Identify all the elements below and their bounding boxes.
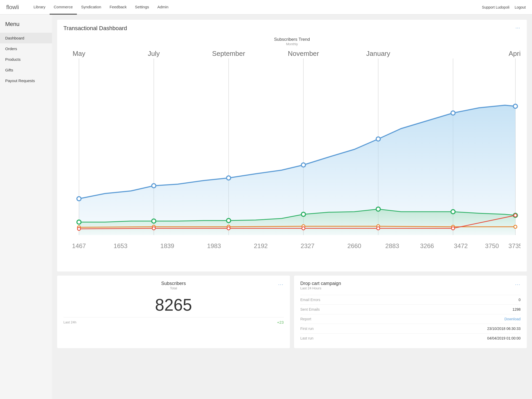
download-link[interactable]: Download (504, 317, 521, 321)
nav-feedback[interactable]: Feedback (105, 0, 131, 15)
stat-label-report: Report (300, 317, 311, 321)
campaign-title: Drop cart campaign (300, 281, 341, 286)
chart-container: Subscribers Trend Monthly May (63, 34, 521, 266)
svg-point-13 (77, 197, 81, 201)
stat-value-sent-emails: 1298 (513, 307, 521, 311)
svg-point-25 (451, 210, 455, 214)
chart-title-block: Subscribers Trend Monthly (63, 37, 521, 46)
last24h-value: +23 (277, 320, 284, 324)
nav-syndication[interactable]: Syndication (77, 0, 105, 15)
svg-point-39 (451, 227, 455, 230)
svg-text:July: July (148, 50, 160, 57)
svg-text:3750: 3750 (485, 242, 499, 249)
stat-row-sent-emails: Sent Emails 1298 (300, 304, 521, 314)
campaign-header: Drop cart campaign Last 24 Hours ... (300, 281, 521, 294)
nav-commerce[interactable]: Commerce (50, 0, 77, 15)
svg-text:2883: 2883 (385, 242, 399, 249)
chart-subtitle: Monthly (63, 42, 521, 46)
stat-label-email-errors: Email Errors (300, 298, 320, 302)
stat-row-report: Report Download (300, 314, 521, 324)
nav-settings[interactable]: Settings (131, 0, 153, 15)
navbar: flowli Library Commerce Syndication Feed… (0, 0, 532, 15)
svg-text:April: April (509, 50, 521, 57)
stat-row-first-run: First run 23/10/2018 06:30:33 (300, 324, 521, 333)
stat-label-sent-emails: Sent Emails (300, 307, 320, 311)
subscribers-card: Subscribers Total ... 8265 Last 24h +23 (57, 276, 290, 348)
svg-point-21 (152, 219, 156, 223)
svg-point-18 (451, 111, 455, 115)
subscribers-trend-chart: May July September November January Apri… (63, 48, 521, 266)
svg-point-37 (302, 227, 305, 230)
dashboard-title-card: Transactional Dashboard ⋯ Subscribers Tr… (57, 20, 527, 271)
svg-point-17 (376, 137, 380, 141)
campaign-card: Drop cart campaign Last 24 Hours ... Ema… (294, 276, 527, 348)
svg-text:September: September (212, 50, 245, 57)
svg-point-14 (152, 184, 156, 188)
nav-library[interactable]: Library (29, 0, 50, 15)
svg-text:2192: 2192 (254, 242, 268, 249)
stat-value-last-run: 04/04/2019 01:00:00 (487, 336, 521, 340)
svg-text:2327: 2327 (301, 242, 314, 249)
navbar-right: Support Ludopoli Logout (482, 5, 526, 9)
brand-logo[interactable]: flowli (6, 4, 19, 11)
svg-text:1653: 1653 (114, 242, 127, 249)
nav-menu: Library Commerce Syndication Feedback Se… (29, 0, 482, 15)
svg-text:3266: 3266 (420, 242, 434, 249)
nav-admin[interactable]: Admin (153, 0, 173, 15)
last24h-row: Last 24h +23 (63, 317, 284, 324)
stat-row-last-run: Last run 04/04/2019 01:00:00 (300, 333, 521, 343)
svg-point-22 (227, 218, 231, 223)
svg-point-36 (227, 227, 230, 230)
svg-text:1983: 1983 (207, 242, 221, 249)
support-link[interactable]: Support Ludopoli (482, 5, 509, 9)
svg-text:1467: 1467 (72, 242, 86, 249)
svg-text:3472: 3472 (454, 242, 468, 249)
svg-point-38 (377, 227, 380, 230)
sidebar-item-payout[interactable]: Payout Requests (0, 75, 52, 86)
sidebar-item-orders[interactable]: Orders (0, 43, 52, 54)
stat-value-email-errors: 0 (518, 298, 521, 302)
svg-point-33 (514, 225, 517, 228)
sidebar-title: Menu (0, 21, 52, 33)
svg-point-24 (376, 207, 380, 211)
chart-title: Subscribers Trend (63, 37, 521, 42)
svg-text:2660: 2660 (347, 242, 361, 249)
main-content: Transactional Dashboard ⋯ Subscribers Tr… (52, 15, 532, 399)
stat-label-last-run: Last run (300, 336, 314, 340)
svg-point-34 (77, 227, 81, 230)
svg-point-19 (513, 104, 517, 108)
svg-text:1839: 1839 (160, 242, 174, 249)
svg-point-20 (77, 220, 81, 224)
svg-text:May: May (72, 50, 85, 57)
svg-text:January: January (366, 50, 390, 57)
logout-link[interactable]: Logout (515, 5, 526, 9)
dashboard-header: Transactional Dashboard ⋯ (63, 25, 521, 32)
svg-text:3735: 3735 (508, 242, 521, 249)
svg-text:November: November (288, 50, 319, 57)
subscribers-card-menu[interactable]: ... (278, 281, 284, 286)
svg-point-35 (152, 227, 155, 230)
page-layout: Menu Dashboard Orders Products Gifts Pay… (0, 15, 532, 399)
subscribers-card-title: Subscribers (137, 281, 210, 286)
dashboard-menu-button[interactable]: ⋯ (515, 25, 521, 31)
subscribers-card-subtitle: Total (137, 286, 210, 290)
sidebar-item-products[interactable]: Products (0, 54, 52, 65)
last24h-label: Last 24h (63, 320, 76, 324)
campaign-subtitle: Last 24 Hours (300, 286, 341, 290)
svg-point-16 (301, 163, 305, 167)
svg-point-23 (301, 212, 305, 216)
stat-label-first-run: First run (300, 327, 314, 331)
svg-point-15 (227, 176, 231, 180)
campaign-menu-button[interactable]: ... (515, 281, 521, 286)
page-title: Transactional Dashboard (63, 25, 127, 32)
sidebar: Menu Dashboard Orders Products Gifts Pay… (0, 15, 52, 399)
stat-row-email-errors: Email Errors 0 (300, 295, 521, 304)
bottom-cards-row: Subscribers Total ... 8265 Last 24h +23 (57, 276, 527, 348)
subscribers-total-value: 8265 (63, 295, 284, 315)
stat-value-first-run: 23/10/2018 06:30:33 (487, 327, 521, 331)
sidebar-item-dashboard[interactable]: Dashboard (0, 33, 52, 43)
sidebar-item-gifts[interactable]: Gifts (0, 65, 52, 75)
svg-point-40 (514, 214, 517, 217)
